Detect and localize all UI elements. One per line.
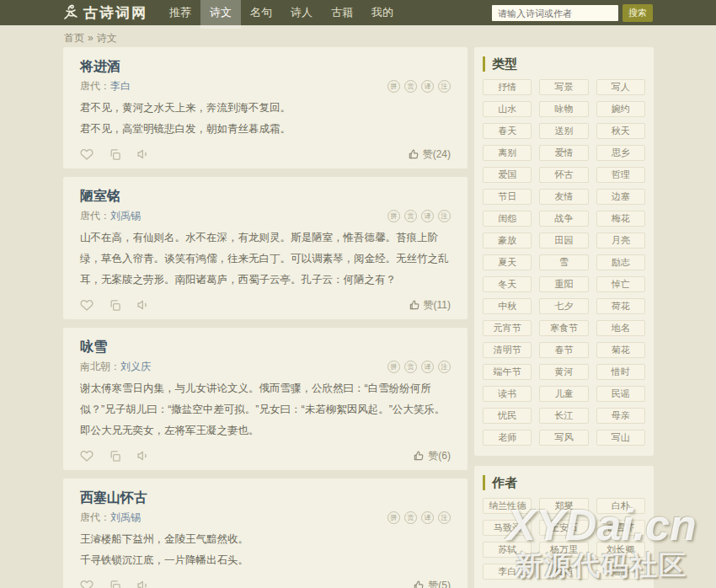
type-tag[interactable]: 豪放: [483, 233, 532, 249]
poem-author-link[interactable]: 刘禹锡: [110, 210, 141, 222]
poem-tool-icon[interactable]: 译: [421, 80, 434, 93]
type-tag[interactable]: 山水: [483, 101, 532, 117]
type-tag[interactable]: 月亮: [596, 233, 645, 249]
type-tag[interactable]: 母亲: [596, 408, 645, 424]
speaker-icon[interactable]: [136, 298, 150, 312]
type-tag[interactable]: 惜时: [596, 364, 645, 380]
type-tag[interactable]: 写山: [596, 430, 645, 446]
author-tag[interactable]: 苏轼: [483, 542, 532, 558]
poem-title[interactable]: 西塞山怀古: [80, 489, 451, 507]
search-button[interactable]: 搜索: [622, 4, 653, 22]
type-tag[interactable]: 清明节: [483, 342, 532, 358]
type-tag[interactable]: 读书: [483, 386, 532, 402]
type-tag[interactable]: 爱国: [483, 167, 532, 183]
type-tag[interactable]: 忧民: [483, 408, 532, 424]
like-button[interactable]: 赞(24): [408, 147, 451, 162]
type-tag[interactable]: 菊花: [596, 342, 645, 358]
type-tag[interactable]: 梅花: [596, 211, 645, 227]
speaker-icon[interactable]: [136, 449, 150, 462]
type-tag[interactable]: 重阳: [539, 276, 588, 292]
type-tag[interactable]: 写景: [539, 79, 588, 95]
author-tag[interactable]: 杜甫: [539, 564, 588, 580]
nav-item-3[interactable]: 诗人: [281, 0, 322, 25]
poem-author-link[interactable]: 刘禹锡: [110, 511, 141, 523]
type-tag[interactable]: 咏物: [539, 101, 588, 117]
nav-item-4[interactable]: 古籍: [322, 0, 362, 25]
type-tag[interactable]: 寒食节: [539, 320, 588, 336]
type-tag[interactable]: 战争: [539, 211, 588, 227]
author-tag[interactable]: 马致远: [483, 520, 532, 536]
type-tag[interactable]: 励志: [596, 254, 645, 270]
author-tag[interactable]: 王安石: [539, 520, 588, 536]
type-tag[interactable]: 哲理: [596, 167, 645, 183]
author-tag[interactable]: 杨万里: [539, 542, 588, 558]
nav-item-1-active[interactable]: 诗文: [200, 0, 241, 29]
like-button[interactable]: 赞(11): [409, 298, 451, 313]
type-tag[interactable]: 春天: [483, 123, 532, 139]
poem-tool-icon[interactable]: 拼: [387, 511, 400, 524]
poem-tool-icon[interactable]: 注: [438, 210, 451, 222]
favorite-heart-icon[interactable]: [80, 147, 94, 161]
type-tag[interactable]: 元宵节: [483, 320, 532, 336]
type-tag[interactable]: 冬天: [483, 276, 532, 292]
poem-tool-icon[interactable]: 注: [438, 361, 451, 373]
copy-icon[interactable]: [109, 148, 121, 161]
speaker-icon[interactable]: [136, 147, 150, 161]
poem-tool-icon[interactable]: 译: [421, 511, 434, 524]
type-tag[interactable]: 悼亡: [596, 276, 645, 292]
favorite-heart-icon[interactable]: [80, 449, 94, 462]
author-tag[interactable]: 白朴: [596, 498, 645, 514]
type-tag[interactable]: 思乡: [596, 145, 645, 161]
type-tag[interactable]: 七夕: [539, 298, 588, 314]
author-tag[interactable]: 刘长卿: [596, 542, 645, 558]
poem-tool-icon[interactable]: 拼: [387, 210, 400, 222]
poem-tool-icon[interactable]: 译: [421, 361, 434, 373]
poem-tool-icon[interactable]: 赏: [404, 80, 417, 93]
type-tag[interactable]: 荷花: [596, 298, 645, 314]
poem-tool-icon[interactable]: 注: [438, 511, 451, 524]
nav-item-2[interactable]: 名句: [241, 0, 281, 25]
poem-author-link[interactable]: 刘义庆: [120, 361, 151, 372]
poem-tool-icon[interactable]: 拼: [387, 80, 400, 93]
type-tag[interactable]: 春节: [539, 342, 588, 358]
copy-icon[interactable]: [109, 580, 121, 588]
type-tag[interactable]: 雪: [539, 254, 588, 270]
poem-tool-icon[interactable]: 注: [438, 80, 451, 93]
type-tag[interactable]: 端午节: [483, 364, 532, 380]
type-tag[interactable]: 边塞: [596, 189, 645, 205]
type-tag[interactable]: 婉约: [596, 101, 645, 117]
poem-title[interactable]: 陋室铭: [80, 187, 451, 206]
favorite-heart-icon[interactable]: [80, 298, 94, 312]
poem-author-link[interactable]: 李白: [110, 80, 131, 92]
author-tag[interactable]: 陆游: [596, 564, 645, 580]
type-tag[interactable]: 友情: [539, 189, 588, 205]
type-tag[interactable]: 节日: [483, 189, 532, 205]
breadcrumb-home-link[interactable]: 首页: [64, 32, 84, 44]
type-tag[interactable]: 闺怨: [483, 211, 532, 227]
type-tag[interactable]: 地名: [596, 320, 645, 336]
type-tag[interactable]: 怀古: [539, 167, 588, 183]
type-tag[interactable]: 中秋: [483, 298, 532, 314]
favorite-heart-icon[interactable]: [80, 579, 94, 588]
type-tag[interactable]: 秋天: [596, 123, 645, 139]
author-tag[interactable]: 纳兰性德: [483, 498, 532, 514]
nav-item-5[interactable]: 我的: [362, 0, 403, 25]
logo[interactable]: 古诗词网: [63, 0, 147, 25]
type-tag[interactable]: 爱情: [539, 145, 588, 161]
poem-tool-icon[interactable]: 赏: [404, 210, 417, 222]
nav-item-0[interactable]: 推荐: [160, 0, 200, 25]
copy-icon[interactable]: [109, 299, 121, 312]
type-tag[interactable]: 抒情: [483, 79, 532, 95]
search-input[interactable]: [492, 5, 618, 21]
type-tag[interactable]: 送别: [539, 123, 588, 139]
type-tag[interactable]: 儿童: [539, 386, 588, 402]
type-tag[interactable]: 老师: [483, 430, 532, 446]
type-tag[interactable]: 田园: [539, 233, 588, 249]
type-tag[interactable]: 写人: [596, 79, 645, 95]
type-tag[interactable]: 黄河: [539, 364, 588, 380]
copy-icon[interactable]: [109, 450, 121, 462]
poem-tool-icon[interactable]: 译: [421, 210, 434, 222]
type-tag[interactable]: 写风: [539, 430, 588, 446]
type-tag[interactable]: 离别: [483, 145, 532, 161]
type-tag[interactable]: 夏天: [483, 254, 532, 270]
